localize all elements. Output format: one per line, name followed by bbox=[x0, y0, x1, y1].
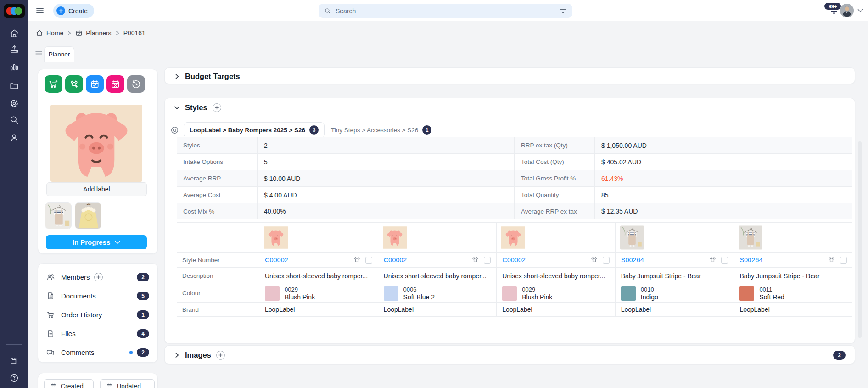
style-description: Baby Jumpsuit Stripe - Bear bbox=[621, 272, 701, 280]
user-menu-chevron-icon[interactable] bbox=[857, 9, 863, 13]
garment-icon[interactable] bbox=[827, 256, 836, 264]
gross-profit-value: 61.43% bbox=[595, 170, 852, 186]
search-nav-icon[interactable] bbox=[9, 115, 19, 125]
filter-tab-looplabel[interactable]: LoopLabel > Baby Rompers 2025 > S26 3 bbox=[184, 122, 325, 138]
thumbnail-dress[interactable] bbox=[75, 202, 101, 229]
style-description: Baby Jumpsuit Stripe - Bear bbox=[739, 272, 819, 280]
breadcrumb-home[interactable]: Home bbox=[36, 29, 63, 37]
garment-icon[interactable] bbox=[471, 256, 480, 264]
history-button[interactable] bbox=[127, 75, 145, 93]
style-checkbox[interactable] bbox=[484, 257, 491, 264]
menu-item-members[interactable]: Members 2 bbox=[38, 268, 157, 287]
add-order-button[interactable] bbox=[45, 75, 62, 93]
add-style-button[interactable] bbox=[65, 75, 83, 93]
menu-toggle-icon[interactable] bbox=[36, 6, 44, 15]
style-number-link[interactable]: S00264 bbox=[621, 256, 644, 264]
breadcrumb-current[interactable]: P00161 bbox=[123, 29, 146, 37]
calendar-x-icon bbox=[110, 79, 121, 90]
duplicate-planner-button[interactable] bbox=[86, 75, 104, 93]
product-photo[interactable] bbox=[50, 105, 142, 182]
section-title: Budget Targets bbox=[185, 72, 240, 81]
breadcrumb-planners[interactable]: Planners bbox=[75, 29, 111, 37]
document-icon bbox=[46, 292, 55, 300]
search-bar[interactable] bbox=[319, 4, 572, 18]
section-title: Styles bbox=[185, 103, 207, 112]
tab-planner[interactable]: Planner bbox=[44, 46, 74, 62]
profile-icon[interactable] bbox=[9, 133, 19, 143]
styles-header[interactable]: Styles bbox=[174, 103, 221, 112]
colour-swatch bbox=[739, 286, 754, 301]
search-icon bbox=[324, 7, 331, 15]
garment-icon[interactable] bbox=[708, 256, 717, 264]
vertical-scrollbar[interactable] bbox=[858, 141, 862, 338]
style-number-link[interactable]: C00002 bbox=[265, 256, 288, 264]
chevron-right-icon[interactable] bbox=[174, 73, 180, 79]
style-checkbox[interactable] bbox=[840, 257, 847, 264]
dates-card: Created Updated bbox=[38, 373, 158, 388]
style-thumbnail[interactable] bbox=[501, 225, 525, 250]
menu-item-order-history[interactable]: Order History 1 bbox=[38, 305, 157, 324]
colour-code: 0029 bbox=[522, 286, 552, 293]
rail-divider bbox=[6, 344, 22, 345]
style-column: S00264 Baby Jumpsuit Stripe - Bear 0011S… bbox=[734, 222, 852, 317]
brand-name: LoopLabel bbox=[265, 306, 295, 313]
factory-icon[interactable] bbox=[9, 355, 19, 366]
menu-item-documents[interactable]: Documents 5 bbox=[38, 287, 157, 305]
style-number-link[interactable]: S00264 bbox=[739, 256, 762, 264]
comments-count-badge: 2 bbox=[137, 348, 149, 357]
tab-menu-icon[interactable] bbox=[35, 50, 43, 58]
order-history-count-badge: 1 bbox=[137, 310, 149, 319]
style-number-link[interactable]: C00002 bbox=[384, 256, 407, 264]
folder-icon[interactable] bbox=[9, 81, 19, 91]
calendar-check-icon bbox=[90, 79, 100, 90]
unread-indicator bbox=[129, 351, 133, 354]
add-image-icon[interactable] bbox=[216, 351, 225, 360]
shirt-plus-icon bbox=[69, 79, 79, 90]
style-thumbnail[interactable] bbox=[739, 225, 762, 250]
chevron-down-icon[interactable] bbox=[174, 105, 180, 111]
add-style-icon[interactable] bbox=[213, 103, 221, 112]
app-logo[interactable] bbox=[4, 4, 25, 18]
style-thumbnail[interactable] bbox=[383, 225, 407, 250]
style-checkbox[interactable] bbox=[721, 257, 728, 264]
chevron-right-icon[interactable] bbox=[174, 352, 180, 358]
add-label-button[interactable]: Add label bbox=[46, 182, 147, 196]
styles-section: Styles LoopLabel > Baby Rompers 2025 > S… bbox=[164, 98, 855, 343]
style-checkbox[interactable] bbox=[603, 257, 610, 264]
avatar[interactable] bbox=[840, 4, 854, 17]
create-button[interactable]: Create bbox=[53, 4, 94, 18]
style-checkbox[interactable] bbox=[365, 257, 372, 264]
planner-links-card: Members 2 Documents 5 Order History 1 Fi… bbox=[38, 263, 158, 363]
delete-planner-button[interactable] bbox=[106, 75, 124, 93]
thumbnail-jumpsuit[interactable] bbox=[45, 202, 72, 229]
created-button[interactable]: Created bbox=[44, 379, 94, 388]
visibility-icon[interactable] bbox=[170, 126, 179, 135]
help-icon[interactable] bbox=[9, 373, 19, 383]
filter-tab-tinysteps[interactable]: Tiny Steps > Accessories > S26 1 bbox=[325, 125, 438, 135]
search-input[interactable] bbox=[336, 7, 555, 15]
nav-rail bbox=[0, 0, 28, 388]
menu-item-files[interactable]: Files 4 bbox=[38, 324, 157, 343]
upload-icon[interactable] bbox=[9, 45, 19, 55]
cart-icon bbox=[46, 310, 55, 319]
budget-targets-header[interactable]: Budget Targets bbox=[174, 72, 240, 81]
updated-button[interactable]: Updated bbox=[100, 379, 155, 388]
style-number-link[interactable]: C00002 bbox=[502, 256, 526, 264]
colour-name: Soft Blue 2 bbox=[403, 293, 435, 301]
garment-icon[interactable] bbox=[590, 256, 599, 264]
add-member-icon[interactable] bbox=[94, 273, 103, 281]
analytics-icon[interactable] bbox=[9, 62, 19, 72]
garment-icon[interactable] bbox=[353, 256, 361, 264]
style-thumbnail[interactable] bbox=[264, 225, 288, 250]
settings-icon[interactable] bbox=[9, 98, 19, 108]
style-description: Unisex short-sleeved baby romper... bbox=[384, 272, 487, 280]
images-header[interactable]: Images bbox=[174, 351, 225, 360]
home-icon[interactable] bbox=[9, 28, 19, 39]
chevron-right-icon bbox=[115, 31, 120, 35]
menu-item-comments[interactable]: Comments 2 bbox=[38, 343, 157, 362]
images-section: Images 2 bbox=[164, 345, 855, 364]
style-thumbnail[interactable] bbox=[620, 225, 644, 250]
status-dropdown[interactable]: In Progress bbox=[46, 235, 147, 249]
filter-icon[interactable] bbox=[560, 7, 567, 15]
stats-label-column: Styles Intake Options Average RRP Averag… bbox=[177, 137, 257, 219]
